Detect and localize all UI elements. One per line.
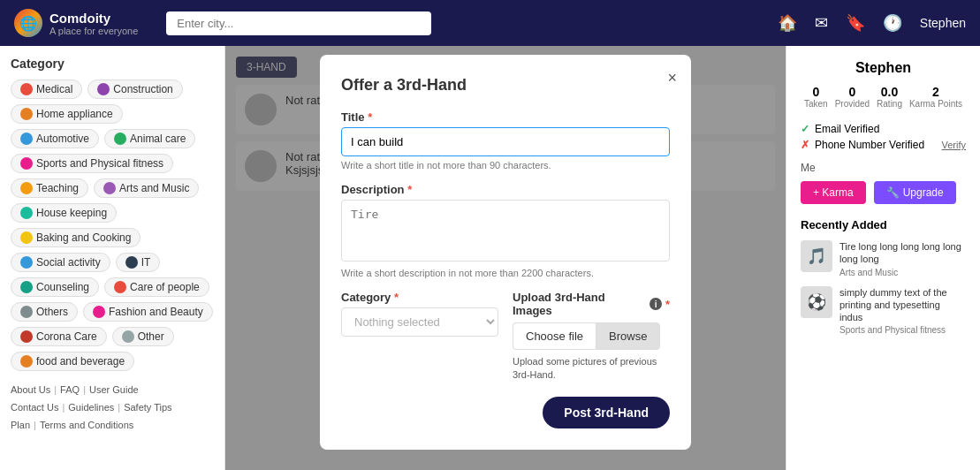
category-label: Medical [36, 83, 72, 95]
category-dot [20, 330, 33, 343]
footer-link[interactable]: Plan [11, 420, 30, 430]
right-panel: Stephen 0Taken0Provided0.0Rating2Karma P… [786, 46, 980, 470]
category-label: Corona Care [36, 330, 97, 343]
verify-link[interactable]: Verify [941, 140, 966, 150]
required-marker: * [394, 291, 399, 304]
footer-link[interactable]: Contact Us [11, 402, 58, 413]
upload-label: Upload 3rd-Hand Images i * [513, 291, 670, 317]
brand-name: Comdoity [49, 11, 138, 26]
category-dot [20, 133, 33, 145]
footer-link[interactable]: About Us [11, 384, 50, 395]
stat-item: 0Taken [804, 85, 828, 109]
category-tag[interactable]: Sports and Physical fitness [11, 154, 173, 173]
stat-label: Rating [877, 99, 902, 109]
description-field-group: Description * Write a short description … [341, 183, 670, 278]
category-tag[interactable]: Automotive [11, 129, 99, 148]
stat-label: Provided [835, 99, 870, 109]
category-label: House keeping [36, 207, 107, 219]
category-dot [125, 256, 138, 269]
category-tag[interactable]: Teaching [11, 178, 88, 198]
category-label: Others [36, 306, 68, 318]
recent-item: 🎵 Tire long long long long long long lon… [801, 240, 966, 277]
header-search-container [166, 11, 431, 35]
category-dot [20, 108, 33, 120]
stat-value: 0.0 [877, 85, 902, 99]
action-buttons: + Karma 🔧 Upgrade [801, 181, 966, 204]
category-label: Counseling [36, 281, 89, 293]
description-textarea[interactable] [341, 200, 670, 262]
category-tag[interactable]: IT [116, 253, 161, 272]
mail-icon[interactable]: ✉ [815, 13, 828, 33]
profile-section: Stephen 0Taken0Provided0.0Rating2Karma P… [801, 60, 966, 109]
description-hint: Write a short description in not more th… [341, 268, 670, 278]
category-label: Care of people [130, 281, 200, 293]
category-label: food and beverage [36, 355, 125, 368]
footer-link[interactable]: Guidelines [68, 402, 114, 413]
bookmark-icon[interactable]: 🔖 [846, 13, 865, 33]
footer-link[interactable]: FAQ [60, 384, 80, 395]
category-tag[interactable]: food and beverage [11, 352, 134, 371]
category-tag[interactable]: Social activity [11, 253, 110, 272]
category-tag[interactable]: Animal care [104, 129, 195, 148]
category-dot [93, 306, 105, 318]
footer-link[interactable]: Safety Tips [124, 402, 171, 413]
recent-title: Tire long long long long long long long [839, 240, 966, 266]
category-tag[interactable]: Others [11, 302, 78, 322]
cross-icon: ✗ [801, 139, 809, 151]
category-dot [122, 330, 134, 343]
category-label: Construction [113, 83, 172, 95]
footer-link[interactable]: Terms and Conditions [40, 420, 133, 430]
upload-controls: Choose file Browse [513, 322, 670, 350]
category-tag[interactable]: Arts and Music [94, 178, 199, 198]
category-tag[interactable]: House keeping [11, 203, 117, 223]
stat-value: 2 [909, 85, 962, 99]
category-tag[interactable]: Home appliance [11, 104, 123, 124]
stat-item: 0.0Rating [877, 85, 902, 109]
category-dot [114, 133, 126, 145]
category-tag[interactable]: Other [112, 327, 174, 346]
history-icon[interactable]: 🕐 [883, 13, 902, 33]
recent-thumb: ⚽ [801, 286, 832, 318]
user-name[interactable]: Stephen [920, 16, 966, 30]
stat-value: 0 [804, 85, 828, 99]
recent-category: Arts and Music [839, 268, 966, 277]
profile-name: Stephen [801, 60, 966, 76]
recent-item: ⚽ simply dummy text of the printing and … [801, 286, 966, 336]
upgrade-button[interactable]: 🔧 Upgrade [874, 181, 955, 204]
search-input[interactable] [166, 11, 431, 35]
category-tag[interactable]: Care of people [104, 277, 209, 297]
check-icon: ✓ [801, 123, 809, 135]
karma-button[interactable]: + Karma [801, 181, 866, 204]
browse-button[interactable]: Browse [596, 322, 660, 350]
category-select[interactable]: Nothing selected [341, 307, 498, 337]
category-tag[interactable]: Medical [11, 80, 82, 99]
email-verified-item: ✓ Email Verified [801, 123, 966, 135]
logo: 🌐 Comdoity A place for everyone [14, 9, 138, 37]
category-tag[interactable]: Construction [87, 80, 182, 99]
post-button[interactable]: Post 3rd-Hand [543, 397, 670, 428]
main-content: 3-HAND Not rated Not rated Ksjsjsjsjsjs … [225, 46, 786, 470]
choose-file-button[interactable]: Choose file [513, 322, 596, 350]
home-icon[interactable]: 🏠 [778, 13, 797, 33]
footer-link[interactable]: User Guide [89, 384, 139, 395]
sidebar: Category MedicalConstructionHome applian… [0, 46, 225, 470]
category-label: Sports and Physical fitness [36, 157, 163, 170]
category-tag[interactable]: Baking and Cooking [11, 228, 141, 247]
category-tag[interactable]: Corona Care [11, 327, 107, 346]
phone-verified-label: Phone Number Verified [815, 139, 924, 151]
category-label: Social activity [36, 256, 101, 269]
category-label: Animal care [130, 133, 186, 145]
title-label: Title * [341, 110, 670, 124]
category-tag[interactable]: Fashion and Beauty [83, 302, 213, 322]
recent-info: Tire long long long long long long long … [839, 240, 966, 277]
category-dot [20, 306, 33, 318]
email-verified-label: Email Verified [815, 123, 879, 135]
logo-text: Comdoity A place for everyone [49, 11, 138, 36]
title-input[interactable] [341, 127, 670, 156]
profile-stats: 0Taken0Provided0.0Rating2Karma Points [801, 85, 966, 109]
category-tag[interactable]: Counseling [11, 277, 99, 297]
upload-hint: Upload some pictures of previous 3rd-Han… [513, 355, 670, 383]
stat-label: Karma Points [909, 99, 962, 109]
recent-category: Sports and Physical fitness [839, 325, 966, 335]
modal-close-button[interactable]: × [667, 69, 677, 87]
